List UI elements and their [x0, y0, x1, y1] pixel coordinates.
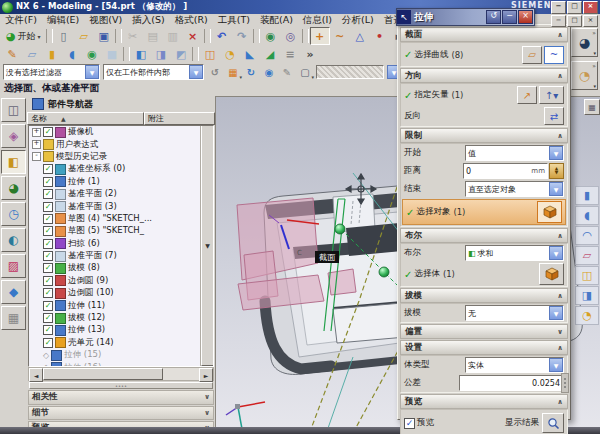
chevron-down-icon[interactable]: ▼: [85, 65, 99, 79]
panel-splitter[interactable]: ••••: [29, 382, 213, 389]
save-button-icon[interactable]: ▣: [94, 27, 114, 45]
tree-row[interactable]: ✓拉伸 (11): [29, 299, 213, 311]
dialog-reset-button[interactable]: ↺: [486, 10, 501, 24]
trim-tool-icon[interactable]: ◔: [575, 306, 599, 325]
chevron-down-icon[interactable]: ▼: [549, 358, 563, 372]
materials-tab[interactable]: ◆: [1, 280, 26, 304]
sketch-section-icon[interactable]: ~: [544, 46, 564, 64]
vector-list-icon[interactable]: ↑▾: [539, 86, 564, 104]
revolve-tool-icon[interactable]: ◖: [575, 206, 599, 225]
find-in-navigator-input[interactable]: [316, 65, 384, 79]
window-close-button[interactable]: ×: [583, 1, 598, 14]
scroll-right-icon[interactable]: ►: [199, 368, 213, 382]
select-body-row[interactable]: ✓ 选择体 (1): [401, 262, 567, 286]
select-object-cube-icon[interactable]: [537, 201, 562, 223]
dialog-close-button[interactable]: ×: [518, 10, 533, 24]
tree-row[interactable]: ✓拔模 (12): [29, 312, 213, 324]
show-result-magnifier-icon[interactable]: [542, 413, 564, 433]
tree-vertical-scrollbar[interactable]: ▲ ▼: [200, 126, 213, 366]
constraint-navigator-tab[interactable]: ◈: [1, 124, 26, 148]
tree-row[interactable]: ✓基准坐标系 (0): [29, 163, 213, 175]
feature-checkbox[interactable]: ✓: [43, 325, 53, 335]
annotate-button-icon[interactable]: ✎: [279, 65, 295, 80]
block-button-icon[interactable]: ■: [102, 45, 122, 63]
thread-button-icon[interactable]: ≡: [280, 45, 300, 63]
part-navigator-tab[interactable]: ◧: [1, 150, 26, 174]
mdi-minimize-button[interactable]: −: [551, 15, 566, 27]
overflow-icon[interactable]: »: [592, 29, 596, 36]
sketch-button-icon[interactable]: ✎: [2, 45, 22, 63]
blend-button-icon[interactable]: ◔: [220, 45, 240, 63]
feature-checkbox[interactable]: ✓: [43, 276, 53, 286]
drag-handle-ball[interactable]: [335, 224, 345, 234]
dialog-minimize-button[interactable]: −: [502, 10, 517, 24]
scroll-thumb[interactable]: [43, 368, 163, 380]
chamfer-button-icon[interactable]: ◣: [240, 45, 260, 63]
sweep-tool-icon[interactable]: ◠: [575, 226, 599, 245]
extrude-dialog-titlebar[interactable]: ↖ 拉伸 ↺ − ×: [396, 8, 535, 26]
preview-checkbox[interactable]: ✓: [404, 418, 415, 429]
grid-snap-button-icon[interactable]: ▦▾: [225, 65, 241, 80]
capture-button-icon[interactable]: ◎: [281, 27, 301, 45]
hole-button-icon[interactable]: ◉: [82, 45, 102, 63]
menu-格式[interactable]: 格式(R): [170, 14, 213, 27]
scroll-down-icon[interactable]: ▼: [201, 125, 214, 366]
rotate-view-button-icon[interactable]: ↻: [243, 65, 259, 80]
start-limit-combo[interactable]: 值 ▼: [465, 145, 564, 161]
tree-row[interactable]: +✓摄像机: [29, 126, 213, 138]
menu-工具[interactable]: 工具(T): [213, 14, 255, 27]
select-object-row[interactable]: ✓ 选择对象 (1): [402, 199, 566, 225]
chevron-down-icon[interactable]: ▼: [549, 182, 563, 196]
feature-checkbox[interactable]: ✓: [43, 189, 53, 199]
draft-button-icon[interactable]: ◢: [260, 45, 280, 63]
feature-checkbox[interactable]: ✓: [43, 313, 53, 323]
history-tab[interactable]: ◷: [1, 202, 26, 226]
open-button-icon[interactable]: ▱: [74, 27, 94, 45]
chevron-down-icon[interactable]: ▼: [549, 246, 563, 260]
selection-filter-combo[interactable]: 没有选择过滤器 ▼: [3, 64, 100, 80]
chevron-down-icon[interactable]: ▾: [593, 83, 596, 89]
magnify-button-icon[interactable]: ◉: [261, 65, 277, 80]
system-browser-tab[interactable]: ◐: [1, 228, 26, 252]
window-minimize-button[interactable]: −: [551, 1, 566, 14]
start-button[interactable]: ◕ 开始 ▾: [2, 28, 45, 44]
specify-vector-row[interactable]: ✓ 指定矢量 (1) ↗ ↑▾: [401, 84, 567, 106]
column-name[interactable]: 名称 ▲: [27, 112, 144, 125]
assembly-navigator-tab[interactable]: ◫: [1, 98, 26, 122]
chevron-down-icon[interactable]: ▼: [549, 306, 563, 320]
selection-scope-combo[interactable]: 仅在工作部件内部 ▼: [103, 64, 204, 80]
menu-视图[interactable]: 视图(V): [84, 14, 127, 27]
suppressed-icon[interactable]: ◇: [43, 363, 49, 367]
feature-checkbox[interactable]: ✓: [43, 239, 53, 249]
select-body-cube-icon[interactable]: [539, 263, 564, 285]
sort-ascending-icon[interactable]: ▲: [61, 115, 66, 122]
subtract-button-icon[interactable]: ◨: [151, 45, 171, 63]
new-button-icon[interactable]: ▯: [54, 27, 74, 45]
tree-row[interactable]: ◇拉伸 (15): [29, 349, 213, 361]
more-button-icon[interactable]: »: [300, 45, 320, 63]
menu-分析[interactable]: 分析(L): [337, 14, 379, 27]
reverse-direction-icon[interactable]: ⇄: [544, 107, 564, 125]
feature-checkbox[interactable]: ✓: [43, 177, 53, 187]
lasso-button-icon[interactable]: ▢▾: [297, 65, 313, 80]
intersect-button-icon[interactable]: ◩: [171, 45, 191, 63]
chevron-down-icon[interactable]: ▾: [593, 50, 596, 56]
datum-plane-button-icon[interactable]: ▱: [22, 45, 42, 63]
limits-group-header[interactable]: 限制 ∧: [400, 128, 568, 143]
tree-row[interactable]: ✓基准平面 (7): [29, 250, 213, 262]
tree-row[interactable]: +用户表达式: [29, 138, 213, 150]
column-note[interactable]: 附注: [144, 112, 215, 125]
end-limit-combo[interactable]: 直至选定对象 ▼: [465, 181, 564, 197]
menu-装配[interactable]: 装配(A): [255, 14, 298, 27]
roles-tab[interactable]: ▨: [1, 254, 26, 278]
tree-row[interactable]: -模型历史记录: [29, 151, 213, 163]
vector-dialog-icon[interactable]: ↗: [517, 86, 537, 104]
tree-row[interactable]: ✓扫掠 (6): [29, 238, 213, 250]
direction-group-header[interactable]: 方向 ∧: [400, 68, 568, 83]
mdi-close-button[interactable]: ×: [583, 15, 598, 27]
preview-group-header[interactable]: 预览 ∧: [400, 394, 568, 409]
redo-button-icon[interactable]: ↷: [232, 27, 252, 45]
extrude-button-icon[interactable]: ▮: [42, 45, 62, 63]
chevron-down-icon[interactable]: ▼: [549, 146, 563, 160]
tree-row[interactable]: ✓拉伸 (13): [29, 324, 213, 336]
